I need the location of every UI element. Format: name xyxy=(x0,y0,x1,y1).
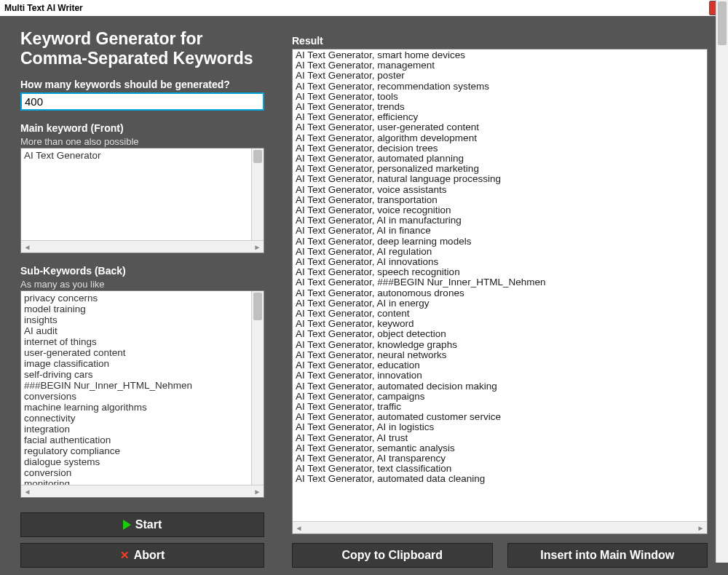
list-item: AI Text Generator, user-generated conten… xyxy=(296,122,704,132)
window-title: Multi Text AI Writer xyxy=(4,3,83,13)
list-item: AI Text Generator, AI transparency xyxy=(296,453,704,464)
list-item: AI Text Generator, transportation xyxy=(296,195,704,205)
sub-keywords-label: Sub-Keywords (Back) xyxy=(20,265,264,277)
list-item: self-driving cars xyxy=(24,369,261,380)
list-item: AI Text Generator, deep learning models xyxy=(296,237,704,247)
list-item: image classification xyxy=(24,358,261,369)
sub-keywords-content: privacy concernsmodel traininginsightsAI… xyxy=(21,291,264,485)
list-item: model training xyxy=(24,304,261,314)
list-item: integration xyxy=(24,424,261,435)
list-item: AI Text Generator, natural language proc… xyxy=(296,174,704,184)
start-button[interactable]: Start xyxy=(20,512,264,537)
content-area: Keyword Generator for Comma-Separated Ke… xyxy=(0,16,728,575)
list-item: AI Text Generator, campaigns xyxy=(296,392,704,402)
list-item: AI Text Generator, AI in finance xyxy=(296,226,704,236)
list-item: AI Text Generator, tools xyxy=(296,92,704,102)
list-item: regulatory compliance xyxy=(24,445,261,456)
list-item: AI Text Generator, smart home devices xyxy=(296,50,704,60)
list-item: AI Text Generator, content xyxy=(296,309,704,319)
title-bar: Multi Text AI Writer ✕ xyxy=(0,0,728,16)
scroll-right-icon: ► xyxy=(252,242,263,253)
list-item: AI Text Generator, AI in manufacturing xyxy=(296,215,704,226)
list-item: monitoring xyxy=(24,478,261,485)
list-item: AI Text Generator, ###BEGIN Nur_Inner_HT… xyxy=(296,277,704,288)
list-item: AI Text Generator, efficiency xyxy=(296,112,704,122)
list-item: AI Text Generator, algorithm development xyxy=(296,133,704,143)
result-label: Result xyxy=(292,35,708,47)
copy-clipboard-button[interactable]: Copy to Clipboard xyxy=(292,543,493,568)
abort-icon: ✕ xyxy=(120,550,130,560)
list-item: AI Text Generator, autonomous drones xyxy=(296,288,704,298)
list-item: user-generated content xyxy=(24,347,261,358)
list-item: AI Text Generator, innovation xyxy=(296,370,704,381)
start-button-label: Start xyxy=(135,518,162,531)
abort-button[interactable]: ✕ Abort xyxy=(20,543,264,568)
list-item: AI Text Generator, keyword xyxy=(296,319,704,329)
main-keyword-label: Main keyword (Front) xyxy=(20,122,264,134)
list-item: ###BEGIN Nur_Inner_HTML_Nehmen xyxy=(24,380,261,391)
scrollbar-vertical[interactable] xyxy=(251,291,264,485)
count-label: How many keywords should be generated? xyxy=(20,79,264,90)
list-item: AI Text Generator, automated data cleani… xyxy=(296,474,704,484)
list-item: conversions xyxy=(24,391,261,402)
list-item: machine learning algorithms xyxy=(24,402,261,413)
scrollbar-vertical[interactable] xyxy=(251,148,264,239)
list-item: AI Text Generator, text classification xyxy=(296,464,704,474)
list-item: AI Text Generator, education xyxy=(296,360,704,370)
scrollbar-horizontal[interactable]: ◄ ► xyxy=(21,240,264,253)
list-item: internet of things xyxy=(24,336,261,347)
list-item: AI Text Generator, automated decision ma… xyxy=(296,381,704,392)
list-item: AI Text Generator, trends xyxy=(296,102,704,112)
abort-button-label: Abort xyxy=(134,549,165,562)
main-keyword-value: AI Text Generator xyxy=(21,148,264,239)
scrollbar-horizontal[interactable]: ◄ ► xyxy=(293,521,707,534)
list-item: insights xyxy=(24,314,261,325)
list-item: AI Text Generator, poster xyxy=(296,71,704,81)
scroll-right-icon: ► xyxy=(252,486,263,497)
list-item: AI Text Generator, AI in energy xyxy=(296,298,704,309)
list-item: AI Text Generator, personalized marketin… xyxy=(296,164,704,174)
list-item: AI Text Generator, voice recognition xyxy=(296,205,704,215)
list-item: AI Text Generator, traffic xyxy=(296,402,704,412)
list-item: AI Text Generator, object detection xyxy=(296,329,704,339)
sub-keywords-hint: As many as you like xyxy=(20,279,264,290)
list-item: AI Text Generator, AI trust xyxy=(296,433,704,443)
list-item: connectivity xyxy=(24,413,261,424)
list-item: AI audit xyxy=(24,325,261,336)
left-column: Keyword Generator for Comma-Separated Ke… xyxy=(20,29,264,568)
list-item: AI Text Generator, automated customer se… xyxy=(296,412,704,422)
list-item: AI Text Generator, speech recognition xyxy=(296,267,704,277)
scroll-right-icon: ► xyxy=(695,523,706,534)
list-item: AI Text Generator, AI regulation xyxy=(296,247,704,257)
scroll-left-icon: ◄ xyxy=(22,242,33,253)
main-keyword-hint: More than one also possible xyxy=(20,136,264,147)
scroll-left-icon: ◄ xyxy=(22,486,33,497)
scrollbar-vertical[interactable] xyxy=(716,0,728,563)
list-item: conversion xyxy=(24,467,261,478)
list-item: AI Text Generator, neural networks xyxy=(296,350,704,360)
list-item: AI Text Generator, knowledge graphs xyxy=(296,340,704,350)
list-item: AI Text Generator, management xyxy=(296,60,704,71)
copy-button-label: Copy to Clipboard xyxy=(341,549,443,562)
list-item: AI Text Generator, automated planning xyxy=(296,154,704,164)
play-icon xyxy=(123,520,131,530)
list-item: AI Text Generator, voice assistants xyxy=(296,185,704,195)
list-item: dialogue systems xyxy=(24,456,261,467)
list-item: AI Text Generator, AI in logistics xyxy=(296,422,704,432)
sub-keywords-textarea[interactable]: privacy concernsmodel traininginsightsAI… xyxy=(20,290,264,498)
list-item: privacy concerns xyxy=(24,293,261,304)
result-content: AI Text Generator, smart home devicesAI … xyxy=(293,49,707,521)
scrollbar-horizontal[interactable]: ◄ ► xyxy=(21,485,264,497)
insert-main-window-button[interactable]: Insert into Main Window xyxy=(507,543,708,568)
main-keyword-textarea[interactable]: AI Text Generator ◄ ► xyxy=(20,148,264,253)
right-column: Result AI Text Generator, smart home dev… xyxy=(292,29,708,568)
result-textarea[interactable]: AI Text Generator, smart home devicesAI … xyxy=(292,49,708,534)
insert-button-label: Insert into Main Window xyxy=(540,549,674,562)
page-title: Keyword Generator for Comma-Separated Ke… xyxy=(20,29,264,68)
list-item: AI Text Generator, semantic analysis xyxy=(296,443,704,453)
scroll-left-icon: ◄ xyxy=(293,523,304,534)
list-item: AI Text Generator, AI innovations xyxy=(296,257,704,267)
list-item: facial authentication xyxy=(24,435,261,445)
list-item: AI Text Generator, recommendation system… xyxy=(296,82,704,92)
count-input[interactable] xyxy=(20,92,264,111)
